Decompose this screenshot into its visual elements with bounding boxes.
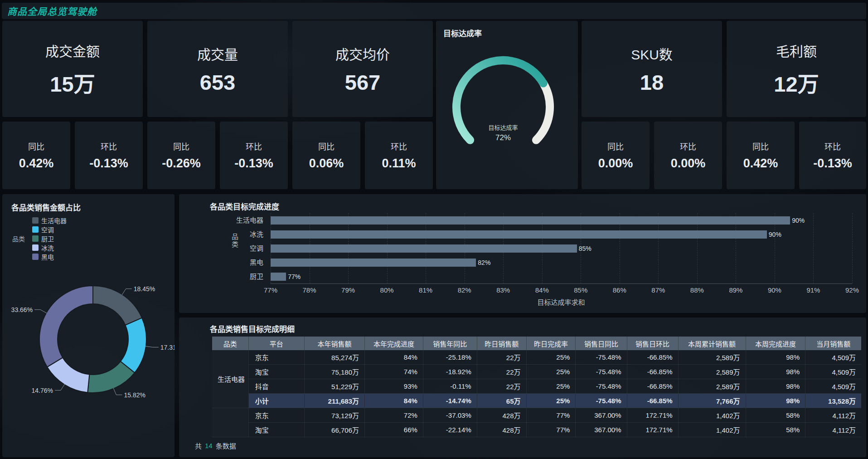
bar-row-厨卫: 77% bbox=[271, 269, 852, 283]
delta-card-5-环比: 环比0.11% bbox=[365, 122, 433, 189]
delta-value: -0.13% bbox=[813, 156, 852, 171]
value-cell-6: -66.85% bbox=[627, 350, 678, 365]
platform-cell: 淘宝 bbox=[248, 365, 304, 379]
value-cell-6: -66.85% bbox=[627, 365, 678, 379]
category-cell bbox=[212, 408, 248, 437]
delta-value: -0.26% bbox=[162, 156, 201, 171]
value-cell-4: 77% bbox=[526, 408, 576, 423]
kpi-label: 毛利额 bbox=[776, 40, 817, 60]
bar-黑电[interactable] bbox=[271, 259, 476, 267]
kpi-value: 567 bbox=[345, 70, 380, 95]
bar-category-label-生活电器: 生活电器 bbox=[179, 213, 268, 227]
value-cell-7: 2,589万 bbox=[678, 379, 746, 394]
delta-card-4-同比: 同比0.06% bbox=[292, 122, 360, 189]
table-header-row: 品类平台本年销售额本年完成进度销售年同比昨日销售额昨日完成率销售日同比销售日环比… bbox=[212, 337, 861, 350]
value-cell-8: 98% bbox=[746, 365, 805, 379]
bar-空调[interactable] bbox=[271, 244, 577, 253]
bar-value-label: 77% bbox=[288, 273, 301, 280]
platform-cell: 京东 bbox=[248, 408, 304, 423]
value-cell-2: -18.92% bbox=[423, 365, 477, 379]
bar-row-空调: 85% bbox=[271, 241, 852, 255]
table-footer-suffix: 条数据 bbox=[216, 441, 236, 450]
delta-value: 0.06% bbox=[309, 156, 344, 171]
bar-title: 各品类目标完成进度 bbox=[210, 200, 279, 212]
value-cell-5: 367.00% bbox=[576, 423, 627, 437]
bar-生活电器[interactable] bbox=[271, 216, 790, 225]
bar-冰洗[interactable] bbox=[271, 230, 767, 239]
value-cell-8: 98% bbox=[746, 350, 805, 365]
value-cell-2: -0.11% bbox=[423, 379, 477, 394]
value-cell-4: 25% bbox=[526, 365, 576, 379]
platform-cell: 淘宝 bbox=[248, 423, 304, 437]
table-row-0-京东[interactable]: 生活电器京东85,274万84%-25.18%22万25%-75.48%-66.… bbox=[212, 350, 861, 365]
dashboard: 商品全局总览驾驶舱 成交金额15万成交量653成交均价567SKU数18毛利额1… bbox=[0, 0, 868, 459]
value-cell-5: -75.48% bbox=[576, 379, 627, 394]
value-cell-8: 58% bbox=[746, 408, 805, 423]
table-row-5-淘宝[interactable]: 淘宝66,706万66%-22.14%428万77%367.00%172.71%… bbox=[212, 423, 861, 437]
pie-chart: 18.45%17.31%15.82%14.76%33.66% bbox=[2, 194, 175, 457]
x-tick-92%: 92% bbox=[845, 286, 859, 294]
delta-card-6-同比: 同比0.00% bbox=[582, 122, 650, 189]
bar-y-axis-title: 品类 bbox=[230, 233, 239, 249]
value-cell-3: 65万 bbox=[477, 394, 526, 408]
x-tick-79%: 79% bbox=[341, 286, 355, 294]
kpi-card-SKU数: SKU数18 bbox=[582, 21, 722, 117]
table-panel: 各品类销售目标完成明细 品类平台本年销售额本年完成进度销售年同比昨日销售额昨日完… bbox=[179, 317, 866, 457]
delta-value: -0.13% bbox=[89, 156, 128, 171]
value-cell-9: 4,112万 bbox=[805, 408, 861, 423]
column-header-品类: 品类 bbox=[212, 337, 248, 350]
kpi-value: 653 bbox=[200, 70, 235, 95]
x-tick-86%: 86% bbox=[613, 286, 626, 294]
delta-card-2-同比: 同比-0.26% bbox=[147, 122, 215, 189]
table-wrap: 品类平台本年销售额本年完成进度销售年同比昨日销售额昨日完成率销售日同比销售日环比… bbox=[212, 337, 861, 437]
value-cell-2: -14.74% bbox=[423, 394, 477, 408]
value-cell-8: 58% bbox=[746, 423, 805, 437]
value-cell-2: -37.03% bbox=[423, 408, 477, 423]
bar-value-label: 82% bbox=[478, 259, 490, 266]
table-row-3-小计[interactable]: 小计211,683万84%-14.74%65万25%-75.48%-66.85%… bbox=[212, 394, 861, 408]
value-cell-0: 211,683万 bbox=[304, 394, 364, 408]
delta-label: 同比 bbox=[752, 140, 769, 152]
value-cell-5: -75.48% bbox=[576, 350, 627, 365]
delta-label: 同比 bbox=[607, 140, 624, 152]
value-cell-5: -75.48% bbox=[576, 394, 627, 408]
x-tick-91%: 91% bbox=[806, 286, 820, 294]
platform-cell: 抖音 bbox=[248, 379, 304, 394]
value-cell-1: 84% bbox=[365, 394, 423, 408]
delta-card-0-同比: 同比0.42% bbox=[2, 122, 70, 189]
delta-label: 同比 bbox=[173, 140, 189, 152]
x-tick-85%: 85% bbox=[574, 286, 587, 294]
column-header-昨日完成率: 昨日完成率 bbox=[526, 337, 576, 350]
delta-label: 环比 bbox=[824, 140, 841, 152]
value-cell-0: 75,180万 bbox=[304, 365, 364, 379]
delta-value: 0.42% bbox=[19, 156, 54, 171]
pie-label-黑电: 33.66% bbox=[11, 306, 33, 313]
gauge-panel: 目标达成率 目标达成率 72% bbox=[436, 21, 578, 189]
bar-value-label: 85% bbox=[579, 245, 592, 252]
value-cell-1: 93% bbox=[365, 379, 423, 394]
x-tick-78%: 78% bbox=[303, 286, 316, 294]
x-tick-87%: 87% bbox=[651, 286, 665, 294]
platform-cell: 小计 bbox=[248, 394, 304, 408]
value-cell-7: 1,402万 bbox=[678, 423, 746, 437]
kpi-label: 成交金额 bbox=[45, 40, 100, 60]
value-cell-3: 22万 bbox=[477, 379, 526, 394]
column-header-当月销售额: 当月销售额 bbox=[805, 337, 861, 350]
table-row-2-抖音[interactable]: 抖音51,229万93%-0.11%22万25%-75.48%-66.85%2,… bbox=[212, 379, 861, 394]
pie-slice-黑电[interactable] bbox=[39, 286, 93, 367]
delta-label: 环比 bbox=[680, 140, 696, 152]
column-header-销售日同比: 销售日同比 bbox=[576, 337, 627, 350]
bar-厨卫[interactable] bbox=[271, 273, 286, 281]
value-cell-7: 1,402万 bbox=[678, 408, 746, 423]
table-body: 生活电器京东85,274万84%-25.18%22万25%-75.48%-66.… bbox=[212, 350, 861, 437]
table-footer-prefix: 共 bbox=[195, 441, 202, 450]
bar-category-label-空调: 空调 bbox=[179, 241, 268, 255]
table-row-1-淘宝[interactable]: 淘宝75,180万74%-18.92%22万25%-75.48%-66.85%2… bbox=[212, 365, 861, 379]
value-cell-5: 367.00% bbox=[576, 408, 627, 423]
column-header-本周累计销售额: 本周累计销售额 bbox=[678, 337, 746, 350]
table-row-4-京东[interactable]: 京东73,129万72%-37.03%428万77%367.00%172.71%… bbox=[212, 408, 861, 423]
value-cell-4: 77% bbox=[526, 423, 576, 437]
value-cell-6: 172.71% bbox=[627, 423, 678, 437]
value-cell-9: 4,509万 bbox=[805, 365, 861, 379]
pie-label-line-厨卫 bbox=[113, 388, 122, 395]
